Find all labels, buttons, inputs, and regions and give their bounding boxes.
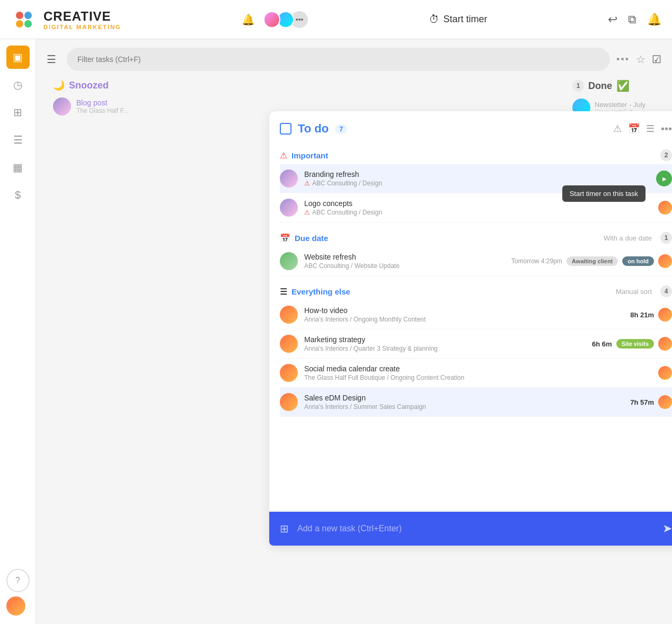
tag-awaiting-client: Awaiting client <box>567 256 618 266</box>
timer-label: Start timer <box>444 14 488 25</box>
filter-favorite-icon[interactable]: ☆ <box>636 53 646 66</box>
avatar-group: ••• <box>263 11 308 28</box>
snoozed-icon: 🌙 <box>53 79 65 91</box>
filter-input[interactable] <box>67 48 610 71</box>
task-time-video: 8h 21m <box>630 311 654 319</box>
svg-point-2 <box>16 20 23 28</box>
app-title: CREATIVE DIGITAL MARKETING <box>43 9 121 30</box>
panel-more-icon[interactable]: ••• <box>661 123 672 135</box>
tag-on-hold: on hold <box>622 256 654 266</box>
task-item-logo-concepts[interactable]: Logo concepts ⚠ ABC Consulting / Design <box>280 193 672 222</box>
task-meta-sales: 7h 57m <box>630 395 672 409</box>
snoozed-header: 🌙 Snoozed <box>53 79 146 91</box>
task-sub-sales: Anna's Interiors / Summer Sales Campaign <box>304 403 624 411</box>
snoozed-item-title[interactable]: Blog post <box>76 99 129 107</box>
add-task-send-icon[interactable]: ➤ <box>662 522 672 536</box>
grid-icon: ⊞ <box>13 106 22 119</box>
task-sub-branding: ⚠ ABC Consulting / Design <box>304 180 650 187</box>
logo-subtitle: DIGITAL MARKETING <box>43 24 121 30</box>
panel-header: To do 7 ⚠ 📅 ☰ ••• <box>269 122 672 144</box>
sidebar-item-list[interactable]: ☰ <box>6 128 30 151</box>
done-check-icon: ✅ <box>616 79 630 92</box>
snoozed-item-subtitle: The Glass Half F... <box>76 107 129 114</box>
alert-icon[interactable]: ⚠ <box>613 123 622 135</box>
done-item-title[interactable]: Newsletter - July <box>595 101 646 109</box>
sidebar: ▣ ◷ ⊞ ☰ ▦ $ ? <box>0 39 36 624</box>
task-avatar-marketing <box>280 335 298 353</box>
task-name-branding: Branding refresh <box>304 170 650 179</box>
task-item-marketing-strategy[interactable]: Marketing strategy Anna's Interiors / Qu… <box>280 329 672 359</box>
task-name-website: Website refresh <box>304 253 505 261</box>
svg-point-0 <box>16 12 23 19</box>
header-left: CREATIVE DIGITAL MARKETING <box>11 6 121 33</box>
task-item-sales-edm[interactable]: Sales eDM Design Anna's Interiors / Summ… <box>280 388 672 417</box>
user-avatar[interactable] <box>6 596 25 616</box>
everything-else-title: Everything else <box>291 287 350 296</box>
sidebar-item-grid[interactable]: ⊞ <box>6 101 30 124</box>
start-timer-button[interactable]: ⏱ Start timer <box>429 13 488 25</box>
snoozed-title: Snoozed <box>69 80 109 91</box>
due-date-section-header: 📅 Due date With a due date 1 <box>280 227 672 247</box>
due-date-icon: 📅 <box>280 233 290 243</box>
task-item-social-media[interactable]: Social media calendar create The Glass H… <box>280 359 672 388</box>
sidebar-item-dollar[interactable]: $ <box>6 183 30 207</box>
sidebar-item-chart[interactable]: ▦ <box>6 156 30 179</box>
sidebar-bottom: ? <box>6 567 30 620</box>
everything-else-header: ☰ Everything else Manual sort 4 <box>280 280 672 300</box>
sidebar-item-dashboard[interactable]: ▣ <box>6 46 30 69</box>
chart-icon: ▦ <box>13 161 23 174</box>
warning-icon-logo: ⚠ <box>304 209 310 216</box>
panel-checkbox[interactable] <box>280 123 291 135</box>
task-time-sales: 7h 57m <box>630 398 654 406</box>
add-task-bar[interactable]: ⊞ Add a new task (Ctrl+Enter) ➤ <box>269 512 672 546</box>
dollar-icon: $ <box>15 189 21 201</box>
task-info-social: Social media calendar create The Glass H… <box>304 364 652 381</box>
done-count-badge: 1 <box>572 80 584 92</box>
task-avatar-video <box>280 306 298 324</box>
svg-point-3 <box>24 20 32 28</box>
add-task-icon: ⊞ <box>280 522 289 535</box>
header-right: ↩ ⧉ 🔔 <box>608 13 661 26</box>
calendar-icon[interactable]: 📅 <box>628 123 640 135</box>
due-date-section: 📅 Due date With a due date 1 Website ref… <box>269 227 672 276</box>
task-info-video: How-to video Anna's Interiors / Ongoing … <box>304 306 624 323</box>
logo-name: CREATIVE <box>43 9 121 24</box>
task-avatar-sales <box>280 393 298 411</box>
filter-options-icon[interactable]: ••• <box>616 54 630 65</box>
task-assignee-logo <box>658 201 672 215</box>
play-timer-button[interactable] <box>656 171 672 186</box>
sidebar-item-clock[interactable]: ◷ <box>6 73 30 96</box>
task-assignee-social <box>658 366 672 380</box>
task-item-website-refresh[interactable]: Website refresh ABC Consulting / Website… <box>280 247 672 276</box>
task-item-branding-refresh[interactable]: Branding refresh ⚠ ABC Consulting / Desi… <box>280 164 672 193</box>
copy-icon[interactable]: ⧉ <box>628 13 636 26</box>
avatar-user1[interactable] <box>263 11 280 28</box>
task-info-website: Website refresh ABC Consulting / Website… <box>304 253 505 270</box>
task-time-marketing: 6h 6m <box>592 340 612 348</box>
task-assignee-sales <box>658 395 672 409</box>
task-meta-marketing: 6h 6m Site visits <box>592 337 672 351</box>
task-name-logo: Logo concepts <box>304 199 652 208</box>
everything-else-count: 4 <box>660 286 672 297</box>
task-info-marketing: Marketing strategy Anna's Interiors / Qu… <box>304 335 586 352</box>
warning-icon-branding: ⚠ <box>304 180 310 187</box>
list-view-icon[interactable]: ☰ <box>646 123 655 135</box>
important-count: 2 <box>660 149 672 161</box>
task-info-branding: Branding refresh ⚠ ABC Consulting / Desi… <box>304 170 650 187</box>
notification-bell-icon[interactable]: 🔔 <box>647 13 661 26</box>
task-assignee-website <box>658 254 672 268</box>
task-meta-video: 8h 21m <box>630 308 672 322</box>
done-header: 1 Done ✅ <box>572 79 655 92</box>
task-assignee-marketing <box>658 337 672 351</box>
notifications-icon[interactable]: 🔔 <box>242 13 255 26</box>
help-icon[interactable]: ? <box>6 569 30 592</box>
back-icon[interactable]: ↩ <box>608 13 617 26</box>
snoozed-item[interactable]: Blog post The Glass Half F... <box>53 97 146 115</box>
hamburger-icon[interactable]: ☰ <box>47 53 56 66</box>
add-task-placeholder[interactable]: Add a new task (Ctrl+Enter) <box>297 524 654 533</box>
logo-icon <box>11 6 37 33</box>
task-assignee-video <box>658 308 672 322</box>
filter-check-icon[interactable]: ☑ <box>652 53 661 66</box>
task-item-how-to-video[interactable]: How-to video Anna's Interiors / Ongoing … <box>280 300 672 329</box>
list-icon: ☰ <box>13 133 23 146</box>
